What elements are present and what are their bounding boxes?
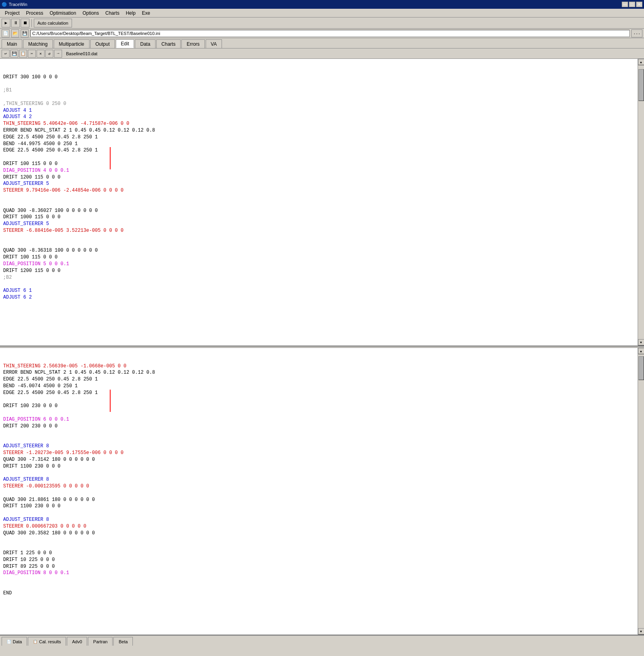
- pane2-line-32: [3, 576, 634, 583]
- pane1-line-32: ADJUST 6 1: [3, 287, 634, 294]
- scrollbar-thumb-1[interactable]: [638, 69, 644, 101]
- pane2-line-15: DRIFT 1100 230 0 0 0: [3, 463, 634, 470]
- tab-multiparticle[interactable]: Multiparticle: [54, 39, 89, 48]
- pane1-line-5: ADJUST 4 1: [3, 107, 634, 114]
- main-tabs-row: MainMatchingMultiparticleOutputEditDataC…: [0, 38, 644, 49]
- pane2-line-9: DRIFT 200 230 0 0 0: [3, 423, 634, 430]
- pane1-line-28: DIAG_POSITION 5 0 0 0.1: [3, 261, 634, 268]
- pane1-line-19: [3, 201, 634, 208]
- pane2-line-34: END: [3, 590, 634, 597]
- menu-item-optimisation[interactable]: Optimisation: [47, 10, 80, 17]
- bottom-tab-cal.-results[interactable]: 📋Cal. results: [28, 637, 66, 646]
- pane1-line-4: ,THIN_STEERING 0 250 0: [3, 101, 634, 107]
- pane2-line-19: [3, 490, 634, 497]
- pane1-line-13: DRIFT 100 115 0 0 0: [3, 161, 634, 167]
- pane2-line-16: [3, 470, 634, 476]
- auto-calc-button[interactable]: Auto calculation: [34, 19, 72, 27]
- pane2-line-21: DRIFT 1100 230 0 0 0: [3, 503, 634, 510]
- cut-button[interactable]: ✂: [28, 50, 36, 58]
- menu-bar: ProjectProcessOptimisationOptionsChartsH…: [0, 9, 644, 17]
- tab-va[interactable]: VA: [206, 39, 222, 48]
- pane1-line-3: [3, 94, 634, 101]
- bottom-tab-beta[interactable]: Beta: [113, 637, 133, 646]
- maximize-button[interactable]: □: [629, 2, 635, 7]
- menu-item-process[interactable]: Process: [23, 10, 46, 17]
- undo-button[interactable]: ↩: [2, 50, 10, 58]
- bottom-tab-icon-0: 📄: [7, 640, 11, 644]
- scrollbar-thumb-2[interactable]: [638, 356, 644, 380]
- menu-item-charts[interactable]: Charts: [102, 10, 123, 17]
- pane2-line-31: DIAG_POSITION 8 0 0 0.1: [3, 570, 634, 576]
- pane2-line-6: DRIFT 100 230 0 0 0: [3, 403, 634, 410]
- bottom-tab-partran[interactable]: Partran: [88, 637, 113, 646]
- editor-scroll-1[interactable]: DRIFT 300 100 0 0 0 ;B1 ,THIN_STEERING 0…: [0, 59, 638, 345]
- pane2-line-33: [3, 583, 634, 590]
- scroll-up-1[interactable]: ▲: [638, 59, 644, 65]
- play-button[interactable]: ▶: [2, 19, 10, 27]
- pane2-line-11: [3, 436, 634, 443]
- tab-main[interactable]: Main: [2, 39, 22, 48]
- bottom-tab-label-4: Beta: [119, 639, 128, 644]
- new-file-button[interactable]: 📄: [2, 29, 10, 37]
- browse-button[interactable]: ...: [631, 29, 642, 37]
- pane2-line-13: STEERER -1.20273e-005 9.17555e-006 0 0 0…: [3, 450, 634, 456]
- pane2-line-3: BEND -45.0074 4500 0 250 1: [3, 383, 634, 390]
- save-edit-button[interactable]: 💾: [10, 50, 18, 58]
- pane2-line-0: THIN_STEERING 2.56639e-005 -1.0668e-005 …: [3, 363, 634, 370]
- menu-item-help[interactable]: Help: [123, 10, 139, 17]
- title-bar-right: — □ ✕: [622, 2, 642, 7]
- close-button[interactable]: ✕: [636, 2, 642, 7]
- title-bar: 🔵 TraceWin — □ ✕: [0, 0, 644, 9]
- scrollbar-1: ▲ ▼: [638, 59, 644, 345]
- scroll-down-1[interactable]: ▼: [638, 339, 644, 345]
- pause-button[interactable]: ⏸: [11, 19, 20, 27]
- pane1-line-14: DIAG_POSITION 4 0 0 0.1: [3, 167, 634, 174]
- delete-button[interactable]: ✕: [37, 50, 45, 58]
- pane1-line-31: [3, 281, 634, 287]
- open-file-button[interactable]: 📂: [11, 29, 19, 37]
- copy-button[interactable]: 📋: [19, 50, 27, 58]
- filepath-input[interactable]: [30, 30, 630, 37]
- pane1-line-6: ADJUST 4 2: [3, 114, 634, 120]
- menu-item-options[interactable]: Options: [79, 10, 102, 17]
- editor-scroll-2[interactable]: THIN_STEERING 2.56639e-005 -1.0668e-005 …: [0, 348, 638, 635]
- minimize-button[interactable]: —: [622, 2, 628, 7]
- pane1-line-18: [3, 194, 634, 201]
- menu-item-exe[interactable]: Exe: [139, 10, 154, 17]
- tab-charts[interactable]: Charts: [156, 39, 181, 48]
- bottom-tab-label-0: Data: [13, 639, 22, 644]
- bottom-tab-label-2: Adv0: [72, 639, 82, 644]
- tab-matching[interactable]: Matching: [23, 39, 53, 48]
- menu-item-project[interactable]: Project: [2, 10, 23, 17]
- scrollbar-track-1[interactable]: [638, 65, 644, 339]
- tab-errors[interactable]: Errors: [181, 39, 205, 48]
- pane2-line-20: QUAD 300 21.8861 180 0 0 0 0 0 0: [3, 497, 634, 503]
- pane1-line-10: BEND -44.9975 4500 0 250 1: [3, 141, 634, 148]
- next-button[interactable]: →: [54, 50, 62, 58]
- red-cursor-bar-2: [110, 390, 111, 412]
- bottom-tab-adv0[interactable]: Adv0: [67, 637, 87, 646]
- pane1-line-29: DRIFT 1200 115 0 0 0: [3, 268, 634, 274]
- stop-button[interactable]: ⏹: [21, 19, 29, 27]
- scroll-down-2[interactable]: ▼: [638, 628, 644, 635]
- pane2-line-22: [3, 510, 634, 516]
- pane2-line-26: [3, 536, 634, 543]
- pane1-line-26: QUAD 300 -8.36318 100 0 0 0 0 0 0: [3, 247, 634, 254]
- title-bar-left: 🔵 TraceWin: [2, 2, 27, 7]
- arrow-button[interactable]: ↺: [45, 50, 53, 58]
- pane1-line-27: DRIFT 100 115 0 0 0: [3, 254, 634, 261]
- pane1-line-23: STEERER -6.88416e-005 3.52213e-005 0 0 0…: [3, 227, 634, 234]
- scroll-up-2[interactable]: ▲: [638, 348, 644, 354]
- scrollbar-track-2[interactable]: [638, 354, 644, 628]
- tab-data[interactable]: Data: [135, 39, 155, 48]
- tab-output[interactable]: Output: [90, 39, 115, 48]
- bottom-tab-data[interactable]: 📄Data: [2, 637, 27, 646]
- pane2-line-1: ERROR BEND NCPL_STAT 2 1 0.45 0.45 0.12 …: [3, 369, 634, 376]
- save-file-button[interactable]: 💾: [21, 29, 29, 37]
- tab-edit[interactable]: Edit: [116, 39, 134, 48]
- main-content: DRIFT 300 100 0 0 0 ;B1 ,THIN_STEERING 0…: [0, 59, 644, 635]
- pane2-line-30: DRIFT 89 225 0 0 0: [3, 563, 634, 570]
- pane1-line-15: DRIFT 1200 115 0 0 0: [3, 174, 634, 181]
- pane2-line-18: STEERER -0.000123595 0 0 0 0 0: [3, 483, 634, 490]
- pane2-line-24: STEERER 0.000667203 0 0 0 0 0: [3, 523, 634, 530]
